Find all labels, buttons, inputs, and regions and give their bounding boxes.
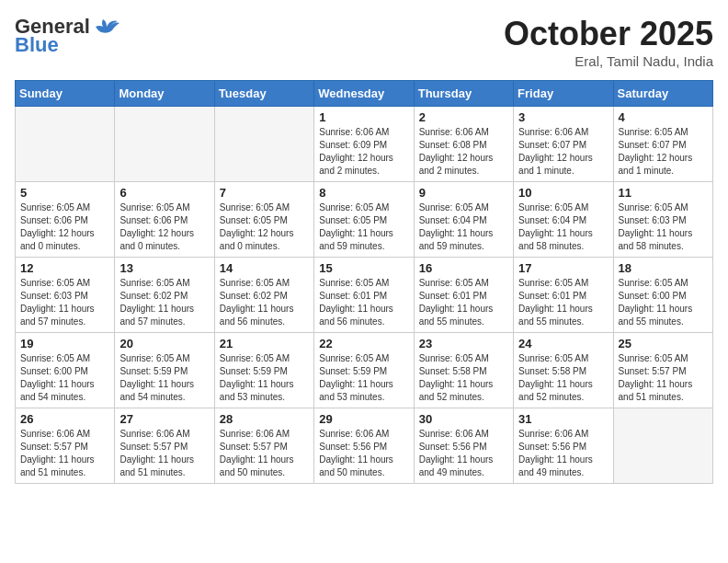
day-number: 29 bbox=[319, 412, 408, 426]
calendar-day-header: Wednesday bbox=[314, 81, 414, 107]
calendar-cell: 12Sunrise: 6:05 AM Sunset: 6:03 PM Dayli… bbox=[16, 258, 115, 333]
calendar-week-row: 26Sunrise: 6:06 AM Sunset: 5:57 PM Dayli… bbox=[16, 408, 713, 484]
day-info: Sunrise: 6:05 AM Sunset: 6:01 PM Dayligh… bbox=[319, 277, 408, 328]
day-number: 19 bbox=[20, 337, 109, 350]
day-info: Sunrise: 6:05 AM Sunset: 6:02 PM Dayligh… bbox=[119, 277, 209, 328]
day-info: Sunrise: 6:06 AM Sunset: 5:56 PM Dayligh… bbox=[518, 428, 608, 479]
day-info: Sunrise: 6:05 AM Sunset: 6:03 PM Dayligh… bbox=[619, 201, 708, 253]
day-number: 16 bbox=[419, 261, 508, 275]
calendar-cell: 23Sunrise: 6:05 AM Sunset: 5:58 PM Dayli… bbox=[414, 333, 513, 408]
day-number: 14 bbox=[220, 261, 309, 275]
calendar-cell: 20Sunrise: 6:05 AM Sunset: 5:59 PM Dayli… bbox=[115, 333, 214, 408]
day-info: Sunrise: 6:05 AM Sunset: 6:04 PM Dayligh… bbox=[419, 201, 508, 253]
day-number: 18 bbox=[619, 261, 708, 275]
calendar-day-header: Tuesday bbox=[214, 81, 313, 107]
day-info: Sunrise: 6:05 AM Sunset: 6:00 PM Dayligh… bbox=[619, 277, 708, 328]
calendar-week-row: 1Sunrise: 6:06 AM Sunset: 6:09 PM Daylig… bbox=[16, 107, 713, 182]
day-number: 25 bbox=[619, 337, 708, 350]
day-info: Sunrise: 6:06 AM Sunset: 5:56 PM Dayligh… bbox=[319, 428, 408, 479]
calendar-cell bbox=[214, 107, 313, 182]
day-info: Sunrise: 6:06 AM Sunset: 5:56 PM Dayligh… bbox=[419, 428, 508, 479]
calendar-cell: 30Sunrise: 6:06 AM Sunset: 5:56 PM Dayli… bbox=[414, 408, 513, 484]
day-number: 21 bbox=[220, 337, 309, 350]
calendar-day-header: Sunday bbox=[16, 81, 115, 107]
day-number: 12 bbox=[20, 261, 109, 275]
calendar-cell: 2Sunrise: 6:06 AM Sunset: 6:08 PM Daylig… bbox=[414, 107, 513, 182]
calendar-cell: 5Sunrise: 6:05 AM Sunset: 6:06 PM Daylig… bbox=[16, 182, 115, 258]
day-info: Sunrise: 6:05 AM Sunset: 5:58 PM Dayligh… bbox=[419, 352, 508, 404]
day-number: 11 bbox=[619, 186, 708, 200]
day-info: Sunrise: 6:06 AM Sunset: 6:07 PM Dayligh… bbox=[518, 126, 608, 178]
month-title: October 2025 bbox=[504, 15, 713, 53]
calendar-header-row: SundayMondayTuesdayWednesdayThursdayFrid… bbox=[16, 81, 713, 107]
day-info: Sunrise: 6:05 AM Sunset: 5:58 PM Dayligh… bbox=[518, 352, 608, 404]
calendar-cell: 24Sunrise: 6:05 AM Sunset: 5:58 PM Dayli… bbox=[514, 333, 613, 408]
calendar-table: SundayMondayTuesdayWednesdayThursdayFrid… bbox=[15, 80, 713, 484]
calendar-day-header: Monday bbox=[115, 81, 214, 107]
day-number: 22 bbox=[319, 337, 408, 350]
day-info: Sunrise: 6:05 AM Sunset: 6:05 PM Dayligh… bbox=[220, 201, 309, 253]
calendar-cell: 6Sunrise: 6:05 AM Sunset: 6:06 PM Daylig… bbox=[115, 182, 214, 258]
day-info: Sunrise: 6:05 AM Sunset: 6:01 PM Dayligh… bbox=[419, 277, 508, 328]
calendar-cell: 21Sunrise: 6:05 AM Sunset: 5:59 PM Dayli… bbox=[214, 333, 313, 408]
calendar-cell: 19Sunrise: 6:05 AM Sunset: 6:00 PM Dayli… bbox=[16, 333, 115, 408]
day-number: 31 bbox=[518, 412, 608, 426]
calendar-cell: 13Sunrise: 6:05 AM Sunset: 6:02 PM Dayli… bbox=[115, 258, 214, 333]
calendar-day-header: Saturday bbox=[613, 81, 712, 107]
day-info: Sunrise: 6:05 AM Sunset: 5:59 PM Dayligh… bbox=[319, 352, 408, 404]
day-number: 24 bbox=[518, 337, 608, 350]
calendar-cell: 29Sunrise: 6:06 AM Sunset: 5:56 PM Dayli… bbox=[314, 408, 414, 484]
day-number: 28 bbox=[220, 412, 309, 426]
logo-blue: Blue bbox=[15, 33, 59, 57]
day-info: Sunrise: 6:05 AM Sunset: 6:01 PM Dayligh… bbox=[518, 277, 608, 328]
day-number: 4 bbox=[619, 110, 708, 124]
calendar-cell: 16Sunrise: 6:05 AM Sunset: 6:01 PM Dayli… bbox=[414, 258, 513, 333]
calendar-day-header: Thursday bbox=[414, 81, 513, 107]
location: Eral, Tamil Nadu, India bbox=[504, 53, 713, 69]
day-info: Sunrise: 6:05 AM Sunset: 6:04 PM Dayligh… bbox=[518, 201, 608, 253]
calendar-day-header: Friday bbox=[514, 81, 613, 107]
logo-bird-icon bbox=[94, 17, 119, 36]
calendar-cell: 10Sunrise: 6:05 AM Sunset: 6:04 PM Dayli… bbox=[514, 182, 613, 258]
calendar-cell: 31Sunrise: 6:06 AM Sunset: 5:56 PM Dayli… bbox=[514, 408, 613, 484]
day-number: 15 bbox=[319, 261, 408, 275]
calendar-cell: 18Sunrise: 6:05 AM Sunset: 6:00 PM Dayli… bbox=[613, 258, 712, 333]
day-number: 27 bbox=[119, 412, 209, 426]
calendar-cell bbox=[613, 408, 712, 484]
day-info: Sunrise: 6:05 AM Sunset: 5:59 PM Dayligh… bbox=[220, 352, 309, 404]
day-number: 30 bbox=[419, 412, 508, 426]
page-header: General Blue October 2025 Eral, Tamil Na… bbox=[15, 15, 713, 69]
day-info: Sunrise: 6:05 AM Sunset: 6:06 PM Dayligh… bbox=[20, 201, 109, 253]
title-block: October 2025 Eral, Tamil Nadu, India bbox=[504, 15, 713, 69]
calendar-cell: 3Sunrise: 6:06 AM Sunset: 6:07 PM Daylig… bbox=[514, 107, 613, 182]
day-number: 2 bbox=[419, 110, 508, 124]
day-info: Sunrise: 6:05 AM Sunset: 6:03 PM Dayligh… bbox=[20, 277, 109, 328]
day-number: 8 bbox=[319, 186, 408, 200]
day-info: Sunrise: 6:05 AM Sunset: 6:07 PM Dayligh… bbox=[619, 126, 708, 178]
calendar-cell: 28Sunrise: 6:06 AM Sunset: 5:57 PM Dayli… bbox=[214, 408, 313, 484]
day-number: 10 bbox=[518, 186, 608, 200]
calendar-cell: 4Sunrise: 6:05 AM Sunset: 6:07 PM Daylig… bbox=[613, 107, 712, 182]
calendar-cell: 9Sunrise: 6:05 AM Sunset: 6:04 PM Daylig… bbox=[414, 182, 513, 258]
day-info: Sunrise: 6:05 AM Sunset: 6:06 PM Dayligh… bbox=[119, 201, 209, 253]
day-number: 6 bbox=[119, 186, 209, 200]
day-info: Sunrise: 6:06 AM Sunset: 5:57 PM Dayligh… bbox=[20, 428, 109, 479]
day-info: Sunrise: 6:05 AM Sunset: 5:59 PM Dayligh… bbox=[119, 352, 209, 404]
day-number: 23 bbox=[419, 337, 508, 350]
day-info: Sunrise: 6:06 AM Sunset: 5:57 PM Dayligh… bbox=[119, 428, 209, 479]
calendar-cell: 15Sunrise: 6:05 AM Sunset: 6:01 PM Dayli… bbox=[314, 258, 414, 333]
day-number: 5 bbox=[20, 186, 109, 200]
calendar-week-row: 5Sunrise: 6:05 AM Sunset: 6:06 PM Daylig… bbox=[16, 182, 713, 258]
logo: General Blue bbox=[15, 15, 119, 57]
calendar-cell: 27Sunrise: 6:06 AM Sunset: 5:57 PM Dayli… bbox=[115, 408, 214, 484]
calendar-cell: 17Sunrise: 6:05 AM Sunset: 6:01 PM Dayli… bbox=[514, 258, 613, 333]
day-number: 26 bbox=[20, 412, 109, 426]
day-info: Sunrise: 6:06 AM Sunset: 5:57 PM Dayligh… bbox=[220, 428, 309, 479]
calendar-cell: 22Sunrise: 6:05 AM Sunset: 5:59 PM Dayli… bbox=[314, 333, 414, 408]
day-info: Sunrise: 6:05 AM Sunset: 6:00 PM Dayligh… bbox=[20, 352, 109, 404]
day-number: 20 bbox=[119, 337, 209, 350]
calendar-cell: 1Sunrise: 6:06 AM Sunset: 6:09 PM Daylig… bbox=[314, 107, 414, 182]
calendar-cell: 25Sunrise: 6:05 AM Sunset: 5:57 PM Dayli… bbox=[613, 333, 712, 408]
day-info: Sunrise: 6:05 AM Sunset: 6:05 PM Dayligh… bbox=[319, 201, 408, 253]
calendar-cell: 26Sunrise: 6:06 AM Sunset: 5:57 PM Dayli… bbox=[16, 408, 115, 484]
